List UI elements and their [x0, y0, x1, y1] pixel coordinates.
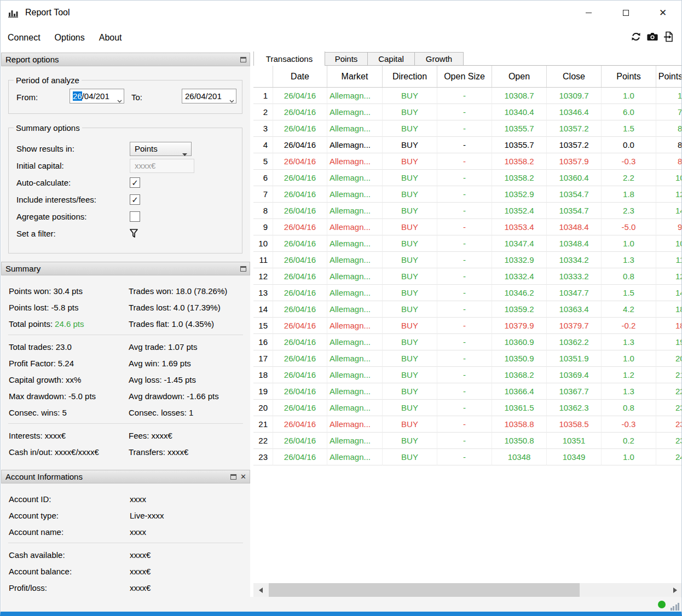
- stat-value: 5.24: [58, 359, 74, 368]
- minimize-button[interactable]: [570, 1, 607, 25]
- stat-label: Consec. losses:: [129, 408, 187, 417]
- scrollbar-thumb[interactable]: [269, 583, 580, 597]
- close-panel-icon[interactable]: ✕: [240, 473, 246, 480]
- cell-market: Allemagn...: [327, 433, 383, 449]
- auto-calculate-checkbox[interactable]: ✓: [130, 177, 140, 188]
- chevron-down-icon[interactable]: [229, 95, 234, 105]
- cell-open: 10361.5: [492, 400, 547, 416]
- maximize-button[interactable]: [607, 1, 644, 25]
- period-title: Period of analyze: [14, 76, 82, 85]
- col-header-open[interactable]: Open: [492, 66, 547, 87]
- account-label: Cash available:: [9, 550, 130, 560]
- cell-market: Allemagn...: [327, 318, 383, 334]
- table-row[interactable]: 2026/04/16Allemagn...BUY-10361.510362.30…: [253, 400, 682, 416]
- col-header-points[interactable]: Points: [602, 66, 656, 87]
- stat-value: 30.4 pts: [54, 286, 83, 296]
- table-row[interactable]: 2126/04/16Allemagn...BUY-10358.810358.5-…: [253, 416, 682, 433]
- table-row[interactable]: 1626/04/16Allemagn...BUY-10360.910362.21…: [253, 334, 682, 350]
- scroll-right-arrow[interactable]: [668, 583, 682, 597]
- float-panel-icon[interactable]: [240, 266, 246, 272]
- refresh-icon[interactable]: [631, 31, 641, 44]
- table-row[interactable]: 1226/04/16Allemagn...BUY-10332.410333.20…: [253, 268, 682, 285]
- to-date-input[interactable]: 26/04/201: [182, 89, 236, 103]
- agregate-positions-label: Agregate positions:: [16, 212, 130, 221]
- cell-row-number: 10: [253, 235, 273, 252]
- col-header-close[interactable]: Close: [547, 66, 602, 87]
- col-header-market[interactable]: Market: [327, 66, 383, 87]
- table-row[interactable]: 626/04/16Allemagn...BUY-10358.210360.42.…: [253, 170, 682, 186]
- camera-icon[interactable]: [647, 32, 658, 44]
- stat-value: 24.6 pts: [55, 319, 84, 329]
- cell-row-number: 21: [253, 416, 273, 433]
- cell-row-number: 13: [253, 285, 273, 301]
- cell-date: 26/04/16: [273, 318, 327, 334]
- cell-market: Allemagn...: [327, 383, 383, 400]
- cell-points: 0.8: [602, 268, 656, 285]
- show-results-in-dropdown[interactable]: Points: [130, 142, 192, 156]
- float-panel-icon[interactable]: [230, 474, 236, 480]
- horizontal-scrollbar[interactable]: [253, 583, 682, 597]
- table-row[interactable]: 526/04/16Allemagn...BUY-10358.210357.9-0…: [253, 153, 682, 170]
- stat-label: Total trades:: [9, 342, 54, 352]
- tab-capital[interactable]: Capital: [367, 52, 415, 65]
- cell-points: 0.2: [602, 433, 656, 449]
- menu-connect[interactable]: Connect: [1, 25, 48, 50]
- tab-points[interactable]: Points: [325, 52, 368, 65]
- col-header-direction[interactable]: Direction: [383, 66, 437, 87]
- status-bar: [1, 597, 681, 612]
- cell-open-size: -: [437, 285, 492, 301]
- cell-open: 10379.9: [492, 318, 547, 334]
- close-button[interactable]: ✕: [644, 1, 681, 25]
- stat-row: Points won:30.4 ptsTrades won:18.0 (78.2…: [1, 283, 250, 299]
- tab-growth[interactable]: Growth: [414, 52, 464, 65]
- stat-label: Trades won:: [129, 286, 174, 296]
- table-row[interactable]: 1526/04/16Allemagn...BUY-10379.910379.7-…: [253, 318, 682, 334]
- col-header-points-cumul[interactable]: Points cumul: [656, 66, 682, 87]
- cell-direction: BUY: [383, 416, 437, 433]
- table-row[interactable]: 426/04/16Allemagn...BUY-10355.710357.20.…: [253, 137, 682, 153]
- include-interests-fees-checkbox[interactable]: ✓: [130, 194, 140, 205]
- col-header-open-size[interactable]: Open Size: [437, 66, 492, 87]
- table-row[interactable]: 126/04/16Allemagn...BUY-10308.710309.71.…: [253, 88, 682, 104]
- menu-about[interactable]: About: [92, 25, 129, 50]
- from-date-input[interactable]: 26/04/201: [70, 89, 124, 103]
- size-grip[interactable]: [671, 603, 680, 611]
- table-row[interactable]: 726/04/16Allemagn...BUY-10352.910354.71.…: [253, 186, 682, 203]
- cell-points: 2.2: [602, 170, 656, 186]
- account-row: Profit/loss:xxxx€: [1, 579, 250, 596]
- table-row[interactable]: 2326/04/16Allemagn...BUY-10348103491.024…: [253, 449, 682, 465]
- table-row[interactable]: 326/04/16Allemagn...BUY-10355.710357.21.…: [253, 120, 682, 137]
- table-row[interactable]: 2226/04/16Allemagn...BUY-10350.8103510.2…: [253, 433, 682, 449]
- col-header-date[interactable]: Date: [273, 66, 327, 87]
- cell-close: 10351.9: [547, 350, 602, 367]
- table-row[interactable]: 1426/04/16Allemagn...BUY-10359.210363.44…: [253, 301, 682, 318]
- export-icon[interactable]: [663, 31, 674, 44]
- menu-options[interactable]: Options: [48, 25, 92, 50]
- table-row[interactable]: 1326/04/16Allemagn...BUY-10346.210347.71…: [253, 285, 682, 301]
- table-row[interactable]: 226/04/16Allemagn...BUY-10340.410346.46.…: [253, 104, 682, 120]
- tab-transactions[interactable]: Transactions: [253, 51, 325, 66]
- col-header-index[interactable]: [253, 66, 273, 87]
- table-row[interactable]: 1926/04/16Allemagn...BUY-10366.410367.71…: [253, 383, 682, 400]
- float-panel-icon[interactable]: [240, 57, 246, 62]
- scroll-left-arrow[interactable]: [253, 583, 268, 597]
- cell-date: 26/04/16: [273, 350, 327, 367]
- stat-value: 1.69 pts: [161, 359, 190, 368]
- table-row[interactable]: 1826/04/16Allemagn...BUY-10368.210369.41…: [253, 367, 682, 383]
- filter-icon[interactable]: [130, 229, 138, 238]
- cell-open-size: -: [437, 186, 492, 203]
- cell-points-cumul: 8.5: [656, 120, 682, 137]
- table-row[interactable]: 1726/04/16Allemagn...BUY-10350.910351.91…: [253, 350, 682, 367]
- table-row[interactable]: 1026/04/16Allemagn...BUY-10347.410348.41…: [253, 235, 682, 252]
- include-interests-fees-label: Include interests/fees:: [16, 195, 130, 204]
- agregate-positions-checkbox[interactable]: [130, 211, 140, 222]
- initial-capital-input[interactable]: xxxx€: [130, 159, 194, 173]
- stat-row: Total trades:23.0Avg trade:1.07 pts: [1, 338, 250, 355]
- cell-direction: BUY: [383, 334, 437, 350]
- chevron-down-icon[interactable]: [117, 95, 122, 105]
- cell-open: 10355.7: [492, 137, 547, 153]
- title-bar: Report Tool ✕: [1, 1, 681, 25]
- table-row[interactable]: 826/04/16Allemagn...BUY-10352.410354.72.…: [253, 203, 682, 219]
- table-row[interactable]: 926/04/16Allemagn...BUY-10353.410348.4-5…: [253, 219, 682, 235]
- table-row[interactable]: 1126/04/16Allemagn...BUY-10332.910334.21…: [253, 252, 682, 268]
